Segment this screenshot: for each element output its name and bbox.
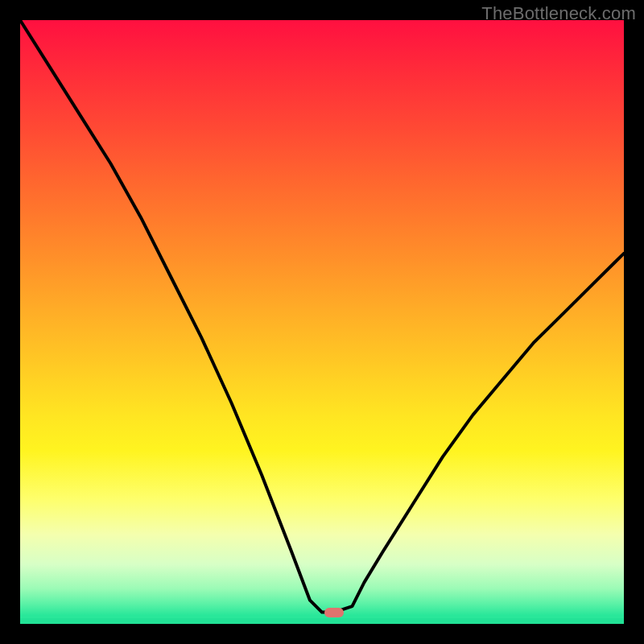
bottleneck-curve	[20, 20, 624, 624]
curve-path	[20, 20, 624, 613]
chart-frame: TheBottleneck.com	[0, 0, 644, 644]
plot-area	[20, 20, 624, 624]
optimum-marker-icon	[324, 608, 344, 617]
watermark-text: TheBottleneck.com	[481, 3, 636, 24]
